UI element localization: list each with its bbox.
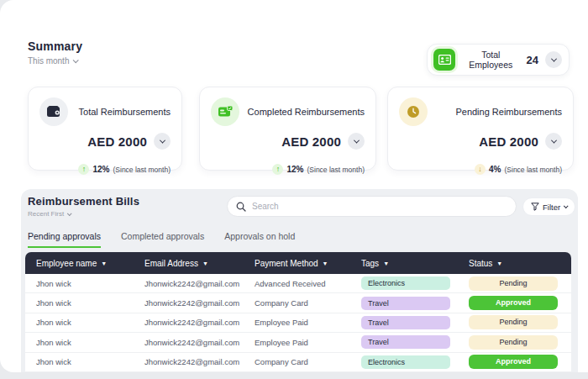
table-row[interactable]: Jhon wickJhonwick2242@gmail.comCompany C… <box>25 353 571 372</box>
chevron-down-icon <box>564 203 569 208</box>
tag-badge: Electronics <box>361 276 450 290</box>
filter-triangle-icon: ▼ <box>202 261 208 266</box>
cell-status: Pending <box>469 276 560 291</box>
sort-label: Recent First <box>28 210 64 218</box>
pending-reimbursements-card: Pending Reimbursements AED 2000 ↓ 4% (Si… <box>387 87 574 171</box>
table-row[interactable]: Jhon wickJhonwick2242@gmail.comEmployee … <box>25 313 571 333</box>
completed-reimbursements-card: Completed Reimbursements AED 2000 ↑ 12% … <box>199 87 376 171</box>
card-expand-button[interactable] <box>545 133 562 150</box>
column-header-email-address[interactable]: Email Address▼ <box>144 259 255 268</box>
total-employees-label: Total Employees <box>462 50 520 70</box>
card-expand-button[interactable] <box>348 133 365 150</box>
summary-period-label: This month <box>28 56 69 66</box>
chevron-down-icon <box>67 211 72 216</box>
card-change: 12% <box>286 165 303 174</box>
filter-triangle-icon: ▼ <box>383 261 389 266</box>
status-badge: Pending <box>469 315 558 329</box>
cell-payment-method: Company Card <box>255 357 361 366</box>
status-badge: Approved <box>469 355 558 369</box>
trend-down-icon: ↓ <box>475 164 486 175</box>
cell-payment-method: Employee Paid <box>255 318 361 327</box>
funnel-icon <box>531 203 539 211</box>
clock-icon <box>399 97 428 126</box>
table-row[interactable]: Jhon wickJhonwick2242@gmail.comEmployee … <box>25 333 571 352</box>
summary-period-dropdown[interactable]: This month <box>28 56 82 66</box>
card-change-note: (Since last month) <box>307 166 365 174</box>
tag-badge: Travel <box>361 335 450 349</box>
filter-button[interactable]: Filter <box>522 197 575 216</box>
tag-badge: Travel <box>361 316 450 329</box>
page-title: Summary <box>28 39 82 53</box>
card-change: 4% <box>489 165 501 174</box>
cell-email-address: Jhonwick2242@gmail.com <box>144 279 255 288</box>
approvals-tabs: Pending approvals Completed approvals Ap… <box>28 231 295 248</box>
chevron-down-icon <box>353 137 359 143</box>
cell-email-address: Jhonwick2242@gmail.com <box>144 338 255 347</box>
card-title: Total Reimbursements <box>79 107 171 117</box>
table-row[interactable]: Jhon wickJhonwick2242@gmail.comCompany C… <box>25 293 571 313</box>
employees-card-icon <box>433 49 455 71</box>
bills-table: Employee name▼ Email Address▼ Payment Me… <box>25 252 571 372</box>
cell-employee-name: Jhon wick <box>36 298 144 308</box>
search-icon <box>236 202 246 212</box>
tab-approvals-on-hold[interactable]: Approvals on hold <box>224 231 295 248</box>
filter-label: Filter <box>543 203 560 212</box>
search-box[interactable] <box>227 196 517 217</box>
cell-employee-name: Jhon wick <box>36 318 144 327</box>
cell-tags: Travel <box>361 316 469 329</box>
column-header-payment-method[interactable]: Payment Method▼ <box>255 259 361 268</box>
cell-payment-method: Advanced Received <box>255 279 361 288</box>
chevron-down-icon <box>73 57 79 63</box>
tab-completed-approvals[interactable]: Completed approvals <box>121 231 204 248</box>
table-row[interactable]: Jhon wickJhonwick2242@gmail.comAdvanced … <box>25 274 571 293</box>
cell-tags: Travel <box>361 297 469 310</box>
search-input[interactable] <box>252 202 507 211</box>
table-body: Jhon wickJhonwick2242@gmail.comAdvanced … <box>25 274 571 372</box>
cell-status: Pending <box>469 315 560 329</box>
card-title: Pending Reimbursements <box>455 107 562 117</box>
card-change-note: (Since last month) <box>505 166 563 174</box>
column-header-employee-name[interactable]: Employee name▼ <box>36 259 144 268</box>
tag-badge: Electronics <box>361 355 450 369</box>
cell-employee-name: Jhon wick <box>36 338 144 347</box>
cell-tags: Electronics <box>361 276 469 290</box>
chevron-down-icon <box>550 137 556 143</box>
status-badge: Pending <box>469 335 558 350</box>
cell-tags: Electronics <box>361 355 469 369</box>
reimbursement-bills-section: Reimbursement Bills Recent First Filt <box>21 189 578 372</box>
cell-email-address: Jhonwick2242@gmail.com <box>144 298 255 308</box>
cell-status: Approved <box>469 296 560 310</box>
chevron-down-icon <box>550 55 556 61</box>
filter-triangle-icon: ▼ <box>323 261 328 266</box>
card-title: Completed Reimbursements <box>248 107 365 117</box>
chevron-down-icon <box>159 137 165 143</box>
card-check-icon <box>211 97 239 126</box>
trend-up-icon: ↑ <box>78 164 89 175</box>
cell-email-address: Jhonwick2242@gmail.com <box>144 318 255 327</box>
employees-expand-button[interactable] <box>545 51 562 68</box>
cell-email-address: Jhonwick2242@gmail.com <box>144 357 255 366</box>
card-amount: AED 2000 <box>87 134 147 149</box>
status-badge: Approved <box>469 296 558 310</box>
sort-dropdown[interactable]: Recent First <box>28 210 139 218</box>
card-expand-button[interactable] <box>154 133 171 150</box>
card-change-note: (Since last month) <box>113 166 171 174</box>
cell-status: Approved <box>469 355 560 369</box>
cell-employee-name: Jhon wick <box>36 357 144 366</box>
table-header: Employee name▼ Email Address▼ Payment Me… <box>25 252 571 274</box>
total-employees-widget[interactable]: Total Employees 24 <box>427 44 570 76</box>
status-badge: Pending <box>469 276 558 291</box>
total-reimbursements-card: Total Reimbursements AED 2000 ↑ 12% (Sin… <box>28 87 182 171</box>
column-header-status[interactable]: Status▼ <box>469 259 560 268</box>
main-content-area: Summary This month Total Employees 24 <box>0 0 588 372</box>
cell-payment-method: Employee Paid <box>255 338 361 347</box>
cell-status: Pending <box>469 335 560 350</box>
tab-pending-approvals[interactable]: Pending approvals <box>28 231 101 248</box>
cell-payment-method: Company Card <box>255 298 361 308</box>
trend-up-icon: ↑ <box>272 164 283 175</box>
column-header-tags[interactable]: Tags▼ <box>361 259 469 268</box>
total-employees-count: 24 <box>527 54 538 66</box>
tag-badge: Travel <box>361 297 450 310</box>
wallet-icon <box>39 97 68 126</box>
filter-triangle-icon: ▼ <box>101 261 107 266</box>
